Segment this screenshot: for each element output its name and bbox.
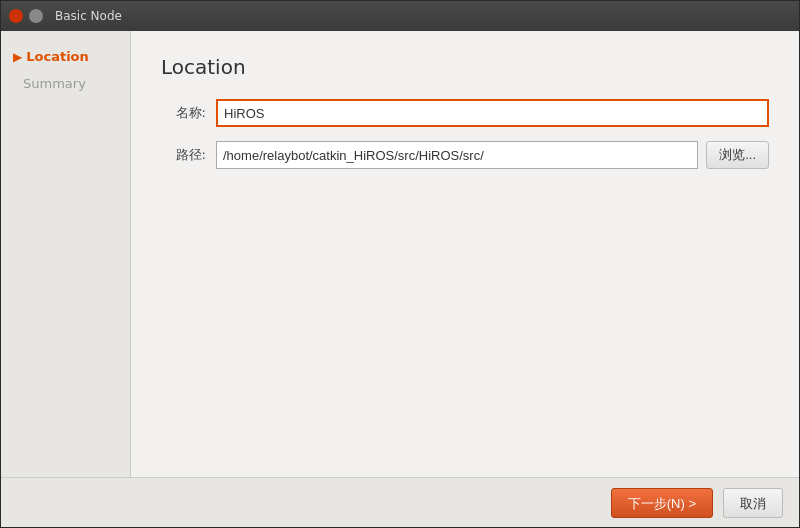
- window: Basic Node ▶ Location Summary Location 名…: [0, 0, 800, 528]
- section-title: Location: [161, 55, 769, 79]
- name-label: 名称:: [161, 104, 206, 122]
- sidebar-summary-label: Summary: [23, 76, 86, 91]
- sidebar: ▶ Location Summary: [1, 31, 131, 477]
- titlebar: Basic Node: [1, 1, 799, 31]
- cancel-button[interactable]: 取消: [723, 488, 783, 518]
- close-button[interactable]: [9, 9, 23, 23]
- spacer: [161, 183, 769, 453]
- path-row: 路径: 浏览...: [161, 141, 769, 169]
- browse-button[interactable]: 浏览...: [706, 141, 769, 169]
- minimize-button[interactable]: [29, 9, 43, 23]
- window-title: Basic Node: [55, 9, 122, 23]
- path-input[interactable]: [216, 141, 698, 169]
- sidebar-item-summary[interactable]: Summary: [1, 70, 130, 97]
- footer: 下一步(N) > 取消: [1, 477, 799, 527]
- arrow-icon: ▶: [13, 50, 22, 64]
- sidebar-item-location[interactable]: ▶ Location: [1, 43, 130, 70]
- content-area: ▶ Location Summary Location 名称: 路径: 浏览..…: [1, 31, 799, 477]
- name-input[interactable]: [216, 99, 769, 127]
- path-label: 路径:: [161, 146, 206, 164]
- name-row: 名称:: [161, 99, 769, 127]
- sidebar-location-label: Location: [26, 49, 89, 64]
- next-button[interactable]: 下一步(N) >: [611, 488, 713, 518]
- main-panel: Location 名称: 路径: 浏览...: [131, 31, 799, 477]
